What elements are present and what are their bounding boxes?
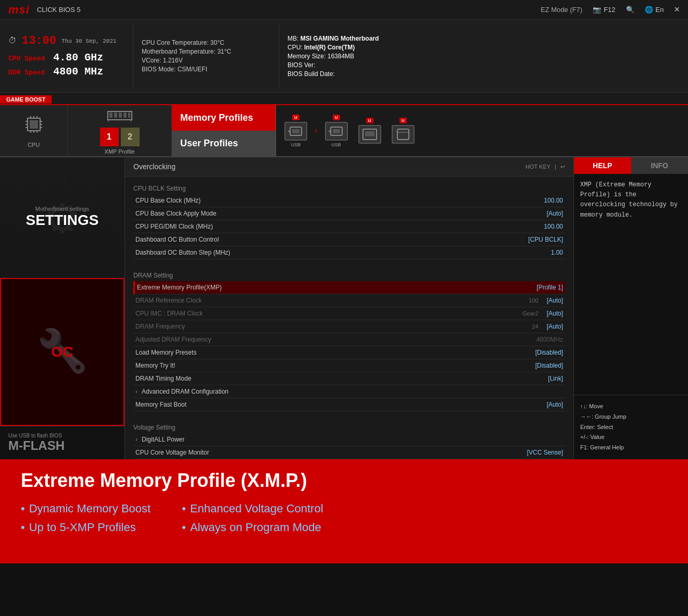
cpu-temp: CPU Core Temperature: 30°C <box>142 39 270 46</box>
ram-icon <box>107 107 133 125</box>
shortcut-move: ↑↓: Move <box>580 401 682 412</box>
sidebar: ⚙ Motherboard settings SETTINGS 🔧 OC Use… <box>0 157 125 459</box>
row-dashboard-oc-step[interactable]: Dashboard OC Button Step (MHz) 1.00 <box>133 246 565 259</box>
xmp-num-1[interactable]: 1 <box>100 128 119 146</box>
cpu-speed-label: CPU Speed <box>8 55 45 62</box>
usb-label-1: USB <box>291 142 301 147</box>
mflash-label: Use USB to flash BIOS <box>8 433 116 438</box>
close-button[interactable]: × <box>674 4 680 15</box>
hotkey-area: HOT KEY | ↩ <box>526 164 565 170</box>
cpu-tab-label: CPU <box>28 142 40 148</box>
info-bar: ⏱ 13:00 Thu 30 Sep, 2021 CPU Speed 4.80 … <box>0 20 688 93</box>
feature-dynamic-memory: •Dynamic Memory Boost <box>21 502 151 516</box>
hotkey-label: HOT KEY <box>526 164 551 170</box>
row-cpu-base-clock[interactable]: CPU Base Clock (MHz) 100.00 <box>133 194 565 207</box>
info-tab[interactable]: INFO <box>631 157 689 174</box>
user-profiles-button[interactable]: User Profiles <box>172 131 276 156</box>
globe-icon: 🌐 <box>645 6 653 14</box>
settings-title: SETTINGS <box>26 212 98 229</box>
sidebar-oc[interactable]: 🔧 OC <box>0 278 124 426</box>
tab-cpu[interactable]: CPU <box>0 105 68 156</box>
dram-title: DRAM Setting <box>133 272 565 279</box>
top-bar: msi CLICK BIOS 5 EZ Mode (F7) 📷 F12 🔍 🌐 … <box>0 0 688 20</box>
feature-5xmp-profiles: •Up to 5-XMP Profiles <box>21 521 151 534</box>
feature-always-on-program: •Always on Program Mode <box>182 521 323 534</box>
feature-enhanced-voltage: •Enhanced Voltage Control <box>182 502 323 516</box>
row-dram-ref-clock[interactable]: DRAM Reference Clock 100 [Auto] <box>133 294 565 307</box>
ddr-speed-value: 4800 MHz <box>53 66 103 78</box>
row-dashboard-oc-control[interactable]: Dashboard OC Button Control [CPU BCLK] <box>133 233 565 246</box>
row-dram-timing-mode[interactable]: DRAM Timing Mode [Link] <box>133 372 565 385</box>
usb-item-1[interactable]: U USB <box>280 112 311 149</box>
usb-item-2[interactable]: U USB <box>321 112 352 149</box>
mflash-section[interactable]: Use USB to flash BIOS M-FLASH <box>0 426 124 459</box>
panel-header: Overclocking HOT KEY | ↩ <box>125 157 573 177</box>
usb-drive-icon-3 <box>358 125 381 144</box>
oc-title: OC <box>52 344 73 360</box>
row-cpu-core-voltage-monitor[interactable]: CPU Core Voltage Monitor [VCC Sense] <box>133 446 565 459</box>
svg-rect-19 <box>128 112 130 118</box>
row-memory-fast-boot[interactable]: Memory Fast Boot [Auto] <box>133 398 565 411</box>
row-advanced-dram[interactable]: › Advanced DRAM Configuration <box>133 385 565 398</box>
row-dram-frequency[interactable]: DRAM Frequency 24 [Auto] <box>133 320 565 333</box>
hotkey-separator: | <box>555 164 556 170</box>
vcore: VCore: 1.216V <box>142 57 270 64</box>
row-load-memory-presets[interactable]: Load Memory Presets [Disabled] <box>133 346 565 359</box>
mb-info: MB: MSI GAMING Motherboard <box>287 35 671 42</box>
memory-info: Memory Size: 16384MB <box>287 53 671 60</box>
lang-button[interactable]: 🌐 En <box>645 6 664 14</box>
svg-rect-25 <box>333 129 340 133</box>
bullet-1: • <box>21 502 25 515</box>
help-text: XMP (Extreme Memory Profile) is the over… <box>580 181 678 219</box>
usb-drive-icon-1 <box>284 122 307 141</box>
svg-rect-27 <box>365 131 374 136</box>
back-icon[interactable]: ↩ <box>560 164 565 170</box>
panel-title: Overclocking <box>133 162 176 171</box>
feature-col-left: •Dynamic Memory Boost •Up to 5-XMP Profi… <box>21 502 151 534</box>
bullet-2: • <box>21 521 25 534</box>
memory-profiles-button[interactable]: Memory Profiles <box>172 105 276 131</box>
svg-rect-18 <box>123 112 127 118</box>
help-shortcuts: ↑↓: Move →←: Group Jump Enter: Select +/… <box>574 395 688 459</box>
row-memory-try-it[interactable]: Memory Try It! [Disabled] <box>133 359 565 372</box>
product-name: CLICK BIOS 5 <box>37 6 81 14</box>
dram-section: DRAM Setting Extreme Memory Profile(XMP)… <box>125 263 573 416</box>
xmp-tab-label: XMP Profile <box>105 148 135 155</box>
feature-col-right: •Enhanced Voltage Control •Always on Pro… <box>182 502 323 534</box>
help-info-tabs: HELP INFO <box>574 157 688 174</box>
svg-rect-15 <box>109 112 112 118</box>
usb-drive-icon-2 <box>325 122 348 141</box>
row-xmp[interactable]: Extreme Memory Profile(XMP) [Profile 1] <box>133 281 565 294</box>
bios-mode: BIOS Mode: CSM/UEFI <box>142 66 270 73</box>
row-cpu-base-clock-mode[interactable]: CPU Base Clock Apply Mode [Auto] <box>133 207 565 220</box>
usb-tab-area: U USB › U USB U <box>276 105 423 156</box>
tab-xmp[interactable]: 1 2 XMP Profile <box>68 105 172 156</box>
help-tab[interactable]: HELP <box>574 157 631 174</box>
sidebar-settings[interactable]: ⚙ Motherboard settings SETTINGS <box>0 157 124 278</box>
temp-info-panel: CPU Core Temperature: 30°C Motherboard T… <box>133 24 279 88</box>
bottom-banner: Extreme Memory Profile (X.M.P.) •Dynamic… <box>0 459 688 563</box>
svg-rect-17 <box>119 112 122 118</box>
f12-button[interactable]: 📷 F12 <box>593 6 615 14</box>
usb-item-4[interactable]: U <box>387 116 419 146</box>
game-boost-bar: GAME BOOST <box>0 93 688 105</box>
bullet-3: • <box>182 502 186 515</box>
cpu-speed-value: 4.80 GHz <box>53 52 103 64</box>
shortcut-value: +/-: Value <box>580 432 682 443</box>
game-boost-label[interactable]: GAME BOOST <box>0 95 52 104</box>
center-panel: Overclocking HOT KEY | ↩ CPU BCLK Settin… <box>125 157 573 459</box>
xmp-num-2[interactable]: 2 <box>121 128 140 146</box>
usb-badge-3: U <box>366 118 373 123</box>
ez-mode-button[interactable]: EZ Mode (F7) <box>541 6 582 14</box>
mflash-title: M-FLASH <box>8 438 116 453</box>
banner-features: •Dynamic Memory Boost •Up to 5-XMP Profi… <box>21 502 667 534</box>
row-cpu-imc-dram[interactable]: CPU IMC : DRAM Clock Gear2 [Auto] <box>133 307 565 320</box>
usb-label-2: USB <box>331 142 341 147</box>
row-cpu-peg-dmi[interactable]: CPU PEG/DMI Clock (MHz) 100.00 <box>133 220 565 233</box>
svg-rect-1 <box>30 120 38 129</box>
usb-item-3[interactable]: U <box>354 116 385 146</box>
search-button[interactable]: 🔍 <box>626 6 634 14</box>
row-digitall-power[interactable]: › DigitALL Power <box>133 433 565 446</box>
usb-drive-icon-4 <box>392 125 415 144</box>
row-adjusted-dram-freq: Adjusted DRAM Frequency 4800MHz <box>133 333 565 346</box>
